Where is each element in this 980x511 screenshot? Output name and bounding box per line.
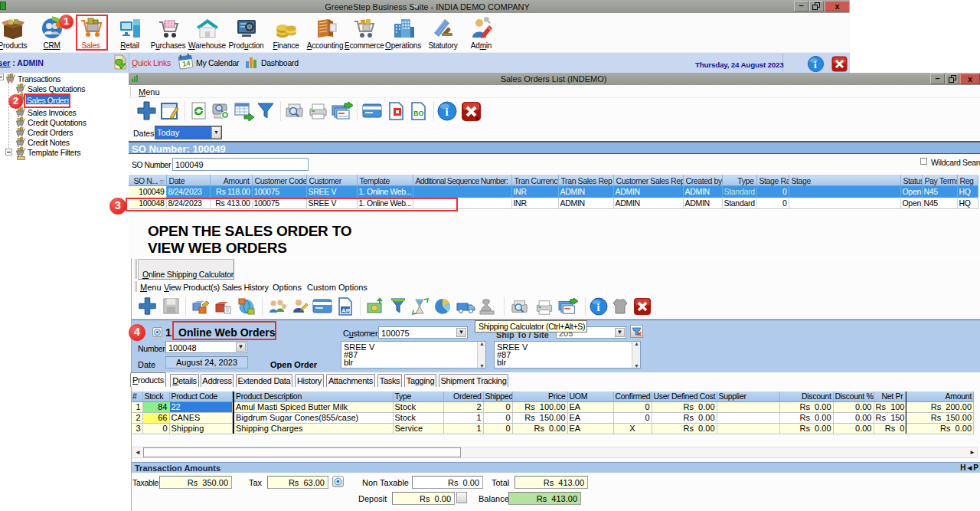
svg-text:i: i [597, 302, 600, 313]
svg-text:14: 14 [182, 59, 191, 67]
svg-text:i: i [814, 59, 817, 70]
svg-text:AR: AR [341, 307, 351, 314]
svg-text:i: i [446, 106, 449, 118]
svg-text:BO: BO [413, 110, 424, 117]
